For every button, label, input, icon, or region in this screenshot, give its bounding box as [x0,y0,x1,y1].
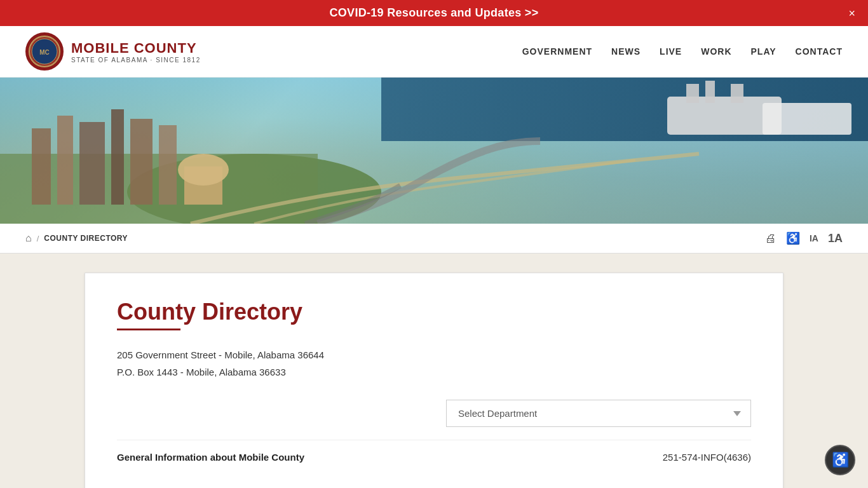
breadcrumb-bar: ⌂ / COUNTY DIRECTORY 🖨 ♿ IA 1A [0,224,868,254]
svg-rect-12 [130,119,153,205]
breadcrumb: ⌂ / COUNTY DIRECTORY [25,233,128,244]
text-increase-button[interactable]: 1A [828,232,843,245]
accessibility-button[interactable]: ♿ [825,445,855,475]
breadcrumb-current: COUNTY DIRECTORY [44,234,128,243]
address-line1: 205 Government Street - Mobile, Alabama … [117,346,751,363]
accessibility-icon[interactable]: ♿ [786,231,800,245]
covid-close-button[interactable]: × [848,6,855,20]
site-header: MC MOBILE COUNTY STATE OF ALABAMA · SINC… [0,26,868,78]
logo-icon: MC [25,32,64,71]
text-decrease-button[interactable]: IA [810,233,818,243]
nav-live[interactable]: LIVE [660,43,682,60]
content-card: County Directory 205 Government Street -… [85,273,783,488]
print-icon[interactable]: 🖨 [765,232,776,245]
department-select[interactable]: Select Department [446,400,751,427]
svg-rect-17 [686,84,699,103]
dept-name: General Information about Mobile County [117,452,304,463]
hero-image [0,78,868,224]
address-block: 205 Government Street - Mobile, Alabama … [117,346,751,381]
dept-phone: 251-574-INFO(4636) [663,452,751,463]
svg-rect-11 [111,109,124,205]
svg-rect-8 [32,128,51,205]
main-nav: GOVERNMENT NEWS LIVE WORK PLAY CONTACT [522,43,843,60]
nav-contact[interactable]: CONTACT [796,43,843,60]
logo-text: MOBILE COUNTY STATE OF ALABAMA · SINCE 1… [71,40,201,64]
svg-rect-9 [57,116,73,205]
main-wrapper: County Directory 205 Government Street -… [0,254,868,488]
nav-work[interactable]: WORK [701,43,731,60]
accessibility-btn-icon: ♿ [832,452,849,468]
toolbar-icons: 🖨 ♿ IA 1A [765,231,843,245]
nav-government[interactable]: GOVERNMENT [522,43,592,60]
svg-rect-10 [79,122,105,205]
org-subtitle: STATE OF ALABAMA · SINCE 1812 [71,57,201,64]
svg-rect-20 [763,103,851,135]
svg-text:MC: MC [39,49,50,56]
svg-rect-13 [159,125,177,205]
nav-news[interactable]: NEWS [611,43,641,60]
svg-rect-18 [705,81,715,103]
breadcrumb-separator: / [37,234,39,243]
home-icon[interactable]: ⌂ [25,233,32,244]
table-row: General Information about Mobile County … [117,440,751,474]
svg-point-15 [178,154,229,186]
logo-area[interactable]: MC MOBILE COUNTY STATE OF ALABAMA · SINC… [25,32,201,71]
covid-banner[interactable]: COVID-19 Resources and Updates >> × [0,0,868,26]
department-select-container: Select Department [117,400,751,427]
svg-rect-19 [731,84,743,103]
address-line2: P.O. Box 1443 - Mobile, Alabama 36633 [117,363,751,381]
page-title: County Directory [117,299,751,325]
org-name: MOBILE COUNTY [71,40,201,57]
nav-play[interactable]: PLAY [751,43,776,60]
covid-banner-text: COVID-19 Resources and Updates >> [329,6,538,19]
title-underline [117,329,180,330]
